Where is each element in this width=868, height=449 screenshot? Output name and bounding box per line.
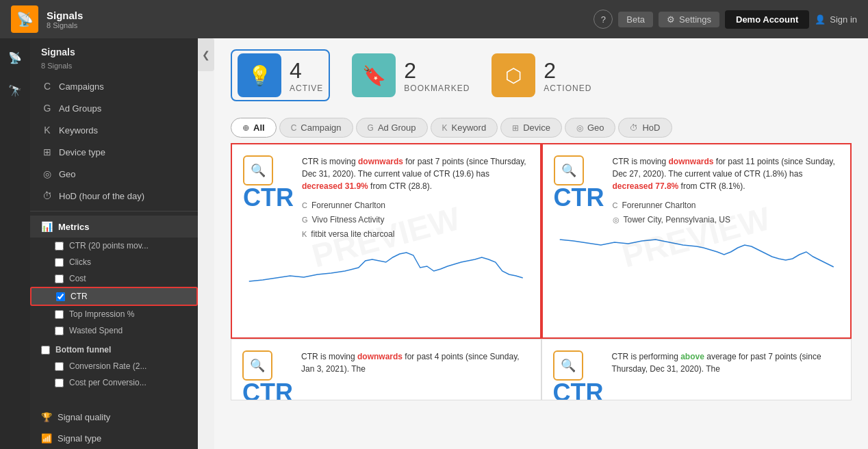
app-logo-icon: 📡	[11, 5, 38, 33]
card4-search-icon: 🔍	[553, 350, 583, 381]
card2-tag-1: C Forerunner Charlton	[613, 199, 840, 211]
tab-campaign[interactable]: C Campaign	[279, 118, 353, 138]
card1-text: CTR is moving downwards for past 7 point…	[302, 155, 529, 240]
metric-clicks[interactable]: Clicks	[30, 254, 198, 270]
tab-adgroup[interactable]: G Ad Group	[356, 118, 428, 138]
card1-search-icon: 🔍	[243, 155, 273, 185]
trophy-icon: 🏆	[41, 412, 52, 422]
campaign-tag2-icon: C	[613, 200, 618, 211]
card2-chart	[554, 233, 840, 274]
actioned-icon: ⬡	[492, 53, 535, 97]
signal-card-3: 🔍 CTR CTR is moving downwards for past 4…	[231, 339, 541, 400]
nav-sub-header: 8 Signals	[30, 62, 198, 75]
signal-quality[interactable]: 🏆 Signal quality	[30, 407, 198, 428]
hod-icon: ⏱	[41, 190, 53, 201]
tabs-row: ⊕ All C Campaign G Ad Group K Keyword ⊞ …	[214, 112, 868, 143]
campaign-icon: C	[291, 123, 297, 133]
topbar-actions: ? Beta ⚙ Settings Demo Account 👤 Sign in	[593, 10, 857, 29]
nav-divider	[30, 211, 198, 211]
card1-header: 🔍 CTR CTR is moving downwards for past 7…	[243, 155, 529, 240]
adgroup-tag-icon: G	[302, 214, 308, 226]
card2-text: CTR is moving downwards for past 11 poin…	[613, 155, 840, 226]
settings-button[interactable]: ⚙ Settings	[659, 12, 719, 27]
main-layout: 📡 🔭 Signals 8 Signals C Campaigns G Ad G…	[0, 38, 868, 449]
conversion-rate-checkbox[interactable]	[55, 362, 64, 371]
card4-metric-label: CTR	[553, 381, 604, 400]
adgroup-icon: G	[368, 123, 374, 133]
sidebar-item-geo[interactable]: ◎ Geo	[30, 163, 198, 185]
tab-device[interactable]: ⊞ Device	[500, 118, 562, 138]
metric-ctr-moving[interactable]: CTR (20 points mov...	[30, 238, 198, 254]
card2-tag-2: ◎ Tower City, Pennsylvania, US	[613, 214, 840, 226]
geo-tab-icon: ◎	[576, 123, 583, 133]
metric-cost-per-conversion[interactable]: Cost per Conversio...	[30, 374, 198, 391]
signal-card-1: PREVIEW 🔍 CTR CTR is moving downwards fo…	[231, 143, 541, 339]
signal-card-2: PREVIEW 🔍 CTR CTR is moving downwards fo…	[541, 143, 852, 339]
metric-top-impression-checkbox[interactable]	[55, 310, 64, 319]
nav-header: Signals	[30, 38, 198, 62]
card2-search-icon: 🔍	[554, 155, 584, 185]
tab-keyword[interactable]: K Keyword	[431, 118, 498, 138]
sidebar-icon-signals[interactable]: 📡	[4, 47, 26, 68]
actioned-card[interactable]: ⬡ 2 Actioned	[492, 53, 591, 97]
sidebar-item-keywords[interactable]: K Keywords	[30, 119, 198, 141]
card3-search-icon: 🔍	[242, 350, 272, 381]
card4-text: CTR is performing above average for past…	[612, 350, 841, 400]
metric-conversion-rate[interactable]: Conversion Rate (2...	[30, 358, 198, 374]
keywords-icon: K	[41, 125, 53, 136]
geo-icon: ◎	[41, 168, 53, 179]
topbar: 📡 Signals 8 Signals ? Beta ⚙ Settings De…	[0, 0, 868, 38]
card4-header: 🔍 CTR CTR is performing above average fo…	[553, 350, 841, 400]
bookmarked-card[interactable]: 🔖 2 Bookmarked	[352, 53, 470, 97]
signals-grid: PREVIEW 🔍 CTR CTR is moving downwards fo…	[214, 143, 868, 449]
tab-hod[interactable]: ⏱ HoD	[618, 118, 672, 138]
actioned-label: Actioned	[544, 84, 591, 93]
beta-button[interactable]: Beta	[618, 12, 653, 27]
status-cards-row: 💡 4 Active 🔖 2 Bookmarked ⬡ 2 Actioned	[214, 38, 868, 112]
metric-ctr-moving-checkbox[interactable]	[55, 242, 64, 251]
active-card[interactable]: 💡 4 Active	[231, 49, 330, 101]
settings-icon: ⚙	[667, 14, 675, 25]
signal-icon: 📶	[41, 433, 52, 444]
metric-ctr-checkbox[interactable]	[56, 292, 65, 301]
sidebar-item-adgroups[interactable]: G Ad Groups	[30, 97, 198, 119]
sidebar-item-campaigns[interactable]: C Campaigns	[30, 75, 198, 97]
nav-sidebar: Signals 8 Signals C Campaigns G Ad Group…	[30, 38, 198, 449]
tab-all[interactable]: ⊕ All	[231, 118, 277, 138]
metric-cost[interactable]: Cost	[30, 270, 198, 287]
tab-geo[interactable]: ◎ Geo	[565, 118, 616, 138]
help-button[interactable]: ?	[593, 10, 613, 29]
bookmarked-label: Bookmarked	[404, 84, 470, 93]
card3-text: CTR is moving downwards for past 4 point…	[301, 350, 530, 400]
active-count: 4	[290, 58, 323, 84]
bookmarked-icon: 🔖	[352, 53, 396, 97]
active-info: 4 Active	[290, 58, 323, 93]
keyword-icon: K	[442, 123, 448, 133]
sidebar-icon-telescope[interactable]: 🔭	[4, 79, 26, 101]
actioned-count: 2	[544, 58, 591, 84]
content-area: 💡 4 Active 🔖 2 Bookmarked ⬡ 2 Actioned	[214, 38, 868, 449]
metric-top-impression[interactable]: Top Impression %	[30, 306, 198, 322]
user-icon: 👤	[815, 14, 826, 25]
metric-wasted-spend-checkbox[interactable]	[55, 326, 64, 335]
signal-type[interactable]: 📶 Signal type	[30, 428, 198, 449]
metric-cost-checkbox[interactable]	[55, 274, 64, 283]
nav-metrics-header[interactable]: 📊 Metrics	[30, 216, 198, 238]
bookmarked-count: 2	[404, 58, 470, 84]
metric-wasted-spend[interactable]: Wasted Spend	[30, 322, 198, 339]
cost-per-conversion-checkbox[interactable]	[55, 379, 64, 387]
sidebar-item-hod[interactable]: ⏱ HoD (hour of the day)	[30, 185, 198, 207]
geo-tag-icon: ◎	[613, 214, 620, 226]
bookmarked-info: 2 Bookmarked	[404, 58, 470, 93]
hod-tab-icon: ⏱	[630, 123, 638, 133]
app-title: Signals	[47, 10, 593, 21]
icon-sidebar: 📡 🔭	[0, 38, 30, 449]
metric-clicks-checkbox[interactable]	[55, 258, 64, 267]
account-button[interactable]: Demo Account	[725, 10, 809, 29]
sidebar-item-devicetype[interactable]: ⊞ Device type	[30, 141, 198, 163]
sidebar-collapse-button[interactable]: ❮	[198, 38, 214, 71]
metric-ctr[interactable]: CTR	[30, 287, 198, 306]
signin-button[interactable]: 👤 Sign in	[815, 14, 857, 25]
bottom-funnel-checkbox[interactable]	[41, 346, 50, 355]
card2-header: 🔍 CTR CTR is moving downwards for past 1…	[554, 155, 840, 226]
